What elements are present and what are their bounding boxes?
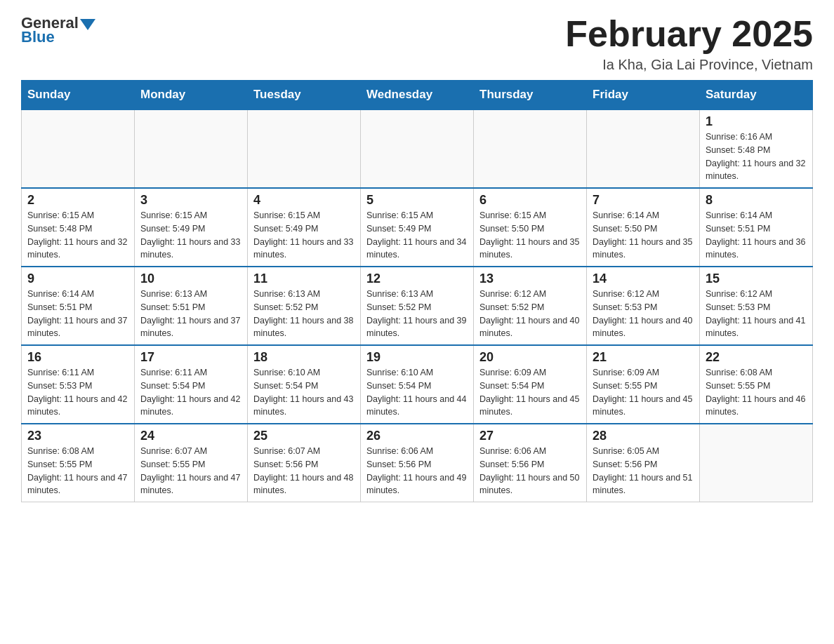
weekday-header-saturday: Saturday [700,81,813,110]
day-info: Sunrise: 6:05 AM Sunset: 5:56 PM Dayligh… [593,445,694,497]
day-info: Sunrise: 6:12 AM Sunset: 5:53 PM Dayligh… [706,288,807,340]
day-number: 25 [253,429,355,443]
day-info: Sunrise: 6:15 AM Sunset: 5:49 PM Dayligh… [140,209,241,262]
calendar-cell: 21Sunrise: 6:09 AM Sunset: 5:55 PM Dayli… [587,345,700,424]
calendar-cell: 2Sunrise: 6:15 AM Sunset: 5:48 PM Daylig… [22,188,135,267]
weekday-header-row: SundayMondayTuesdayWednesdayThursdayFrid… [22,81,813,110]
calendar-cell: 4Sunrise: 6:15 AM Sunset: 5:49 PM Daylig… [248,188,361,267]
calendar-cell: 10Sunrise: 6:13 AM Sunset: 5:51 PM Dayli… [135,267,248,345]
day-info: Sunrise: 6:08 AM Sunset: 5:55 PM Dayligh… [706,366,807,419]
calendar-cell [361,109,474,188]
calendar-cell: 18Sunrise: 6:10 AM Sunset: 5:54 PM Dayli… [248,345,361,424]
day-number: 10 [140,271,241,286]
day-number: 16 [27,350,128,365]
calendar-week-3: 9Sunrise: 6:14 AM Sunset: 5:51 PM Daylig… [22,267,813,345]
calendar-cell: 8Sunrise: 6:14 AM Sunset: 5:51 PM Daylig… [700,188,813,267]
day-number: 11 [253,271,355,286]
day-number: 1 [706,114,807,129]
calendar-cell: 27Sunrise: 6:06 AM Sunset: 5:56 PM Dayli… [474,424,587,502]
calendar-cell: 28Sunrise: 6:05 AM Sunset: 5:56 PM Dayli… [587,424,700,502]
calendar-body: 1Sunrise: 6:16 AM Sunset: 5:48 PM Daylig… [22,109,813,502]
day-info: Sunrise: 6:12 AM Sunset: 5:53 PM Dayligh… [593,288,694,340]
day-info: Sunrise: 6:12 AM Sunset: 5:52 PM Dayligh… [479,288,581,340]
day-info: Sunrise: 6:07 AM Sunset: 5:56 PM Dayligh… [253,445,355,497]
calendar-cell: 14Sunrise: 6:12 AM Sunset: 5:53 PM Dayli… [587,267,700,345]
weekday-header-tuesday: Tuesday [248,81,361,110]
day-info: Sunrise: 6:13 AM Sunset: 5:51 PM Dayligh… [140,288,241,340]
calendar-week-4: 16Sunrise: 6:11 AM Sunset: 5:53 PM Dayli… [22,345,813,424]
day-number: 12 [366,271,468,286]
calendar-cell: 12Sunrise: 6:13 AM Sunset: 5:52 PM Dayli… [361,267,474,345]
day-number: 22 [706,350,807,365]
day-info: Sunrise: 6:13 AM Sunset: 5:52 PM Dayligh… [253,288,355,340]
calendar-cell: 26Sunrise: 6:06 AM Sunset: 5:56 PM Dayli… [361,424,474,502]
calendar-cell: 22Sunrise: 6:08 AM Sunset: 5:55 PM Dayli… [700,345,813,424]
day-info: Sunrise: 6:14 AM Sunset: 5:50 PM Dayligh… [593,209,694,262]
day-number: 15 [706,271,807,286]
day-info: Sunrise: 6:07 AM Sunset: 5:55 PM Dayligh… [140,445,241,497]
calendar-cell: 9Sunrise: 6:14 AM Sunset: 5:51 PM Daylig… [22,267,135,345]
day-number: 21 [593,350,694,365]
day-number: 8 [706,193,807,208]
day-info: Sunrise: 6:15 AM Sunset: 5:49 PM Dayligh… [253,209,355,262]
day-info: Sunrise: 6:09 AM Sunset: 5:54 PM Dayligh… [479,366,581,419]
day-info: Sunrise: 6:15 AM Sunset: 5:48 PM Dayligh… [27,209,128,262]
calendar-cell [474,109,587,188]
calendar-table: SundayMondayTuesdayWednesdayThursdayFrid… [21,80,813,502]
calendar-cell: 24Sunrise: 6:07 AM Sunset: 5:55 PM Dayli… [135,424,248,502]
day-number: 14 [593,271,694,286]
day-number: 19 [366,350,468,365]
day-info: Sunrise: 6:15 AM Sunset: 5:49 PM Dayligh… [366,209,468,262]
svg-marker-0 [80,19,95,30]
day-number: 9 [27,271,128,286]
calendar-cell: 25Sunrise: 6:07 AM Sunset: 5:56 PM Dayli… [248,424,361,502]
day-number: 17 [140,350,241,365]
calendar-cell: 13Sunrise: 6:12 AM Sunset: 5:52 PM Dayli… [474,267,587,345]
day-info: Sunrise: 6:14 AM Sunset: 5:51 PM Dayligh… [706,209,807,262]
calendar-cell: 16Sunrise: 6:11 AM Sunset: 5:53 PM Dayli… [22,345,135,424]
calendar-cell: 17Sunrise: 6:11 AM Sunset: 5:54 PM Dayli… [135,345,248,424]
calendar-cell: 15Sunrise: 6:12 AM Sunset: 5:53 PM Dayli… [700,267,813,345]
logo-blue: Blue [21,28,55,46]
calendar-cell: 19Sunrise: 6:10 AM Sunset: 5:54 PM Dayli… [361,345,474,424]
title-block: February 2025 Ia Kha, Gia Lai Province, … [565,14,813,73]
calendar-cell: 7Sunrise: 6:14 AM Sunset: 5:50 PM Daylig… [587,188,700,267]
day-info: Sunrise: 6:09 AM Sunset: 5:55 PM Dayligh… [593,366,694,419]
day-number: 4 [253,193,355,208]
calendar-cell: 5Sunrise: 6:15 AM Sunset: 5:49 PM Daylig… [361,188,474,267]
day-info: Sunrise: 6:08 AM Sunset: 5:55 PM Dayligh… [27,445,128,497]
day-info: Sunrise: 6:13 AM Sunset: 5:52 PM Dayligh… [366,288,468,340]
weekday-header-friday: Friday [587,81,700,110]
day-number: 5 [366,193,468,208]
day-number: 23 [27,429,128,443]
calendar-cell: 1Sunrise: 6:16 AM Sunset: 5:48 PM Daylig… [700,109,813,188]
day-number: 26 [366,429,468,443]
day-number: 20 [479,350,581,365]
day-info: Sunrise: 6:15 AM Sunset: 5:50 PM Dayligh… [479,209,581,262]
day-info: Sunrise: 6:06 AM Sunset: 5:56 PM Dayligh… [366,445,468,497]
calendar-header: SundayMondayTuesdayWednesdayThursdayFrid… [22,81,813,110]
day-info: Sunrise: 6:11 AM Sunset: 5:53 PM Dayligh… [27,366,128,419]
weekday-header-thursday: Thursday [474,81,587,110]
calendar-cell: 11Sunrise: 6:13 AM Sunset: 5:52 PM Dayli… [248,267,361,345]
day-number: 13 [479,271,581,286]
day-number: 6 [479,193,581,208]
calendar-cell [22,109,135,188]
weekday-header-sunday: Sunday [22,81,135,110]
calendar-cell: 6Sunrise: 6:15 AM Sunset: 5:50 PM Daylig… [474,188,587,267]
calendar-week-2: 2Sunrise: 6:15 AM Sunset: 5:48 PM Daylig… [22,188,813,267]
page-header: General Blue February 2025 Ia Kha, Gia L… [21,14,813,73]
day-info: Sunrise: 6:11 AM Sunset: 5:54 PM Dayligh… [140,366,241,419]
day-number: 27 [479,429,581,443]
day-number: 2 [27,193,128,208]
logo-triangle-icon [80,16,95,32]
logo: General Blue [21,14,95,46]
calendar-cell: 3Sunrise: 6:15 AM Sunset: 5:49 PM Daylig… [135,188,248,267]
day-number: 28 [593,429,694,443]
day-number: 18 [253,350,355,365]
day-info: Sunrise: 6:16 AM Sunset: 5:48 PM Dayligh… [706,130,807,183]
day-number: 7 [593,193,694,208]
calendar-cell [248,109,361,188]
calendar-week-5: 23Sunrise: 6:08 AM Sunset: 5:55 PM Dayli… [22,424,813,502]
calendar-cell: 23Sunrise: 6:08 AM Sunset: 5:55 PM Dayli… [22,424,135,502]
